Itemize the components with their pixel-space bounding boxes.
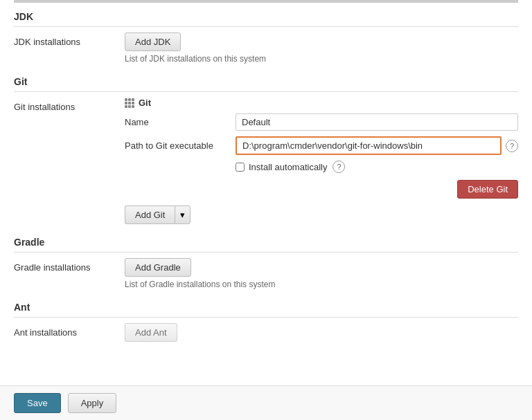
delete-git-row: Delete Git xyxy=(125,180,518,199)
git-row: Git installations xyxy=(14,98,518,224)
add-git-arrow-button[interactable]: ▾ xyxy=(175,206,190,224)
gradle-label: Gradle installations xyxy=(14,258,125,273)
gradle-section: Gradle Gradle installations Add Gradle L… xyxy=(0,228,532,289)
git-subform: Git Name Path to Git executable xyxy=(125,98,518,199)
add-git-button[interactable]: Add Git xyxy=(125,206,175,224)
jdk-row: JDK installations Add JDK List of JDK in… xyxy=(14,33,518,64)
add-ant-button[interactable]: Add Ant xyxy=(125,323,177,342)
jdk-hint: List of JDK installations on this system xyxy=(125,54,518,64)
gradle-divider xyxy=(14,252,518,253)
jdk-divider xyxy=(14,26,518,27)
gradle-row: Gradle installations Add Gradle List of … xyxy=(14,258,518,289)
install-auto-label: Install automatically xyxy=(249,162,327,172)
jdk-label: JDK installations xyxy=(14,33,125,47)
install-auto-checkbox[interactable] xyxy=(236,163,245,172)
dropdown-arrow-icon: ▾ xyxy=(180,210,185,220)
git-name-row: Name xyxy=(125,113,518,131)
gradle-hint: List of Gradle installations on this sys… xyxy=(125,280,518,289)
ant-section: Ant Ant installations Add Ant xyxy=(0,293,532,342)
ant-row: Ant installations Add Ant xyxy=(14,323,518,342)
git-path-input-wrapper: ? xyxy=(236,136,518,155)
delete-git-button[interactable]: Delete Git xyxy=(457,180,518,199)
git-path-label: Path to Git executable xyxy=(125,140,236,151)
add-gradle-button[interactable]: Add Gradle xyxy=(125,258,191,277)
jdk-section-title: JDK xyxy=(14,11,518,22)
git-sub-header: Git xyxy=(125,98,518,108)
page: JDK JDK installations Add JDK List of JD… xyxy=(0,0,532,420)
footer: Save Apply xyxy=(0,385,532,420)
ant-divider xyxy=(14,317,518,318)
install-auto-help-icon[interactable]: ? xyxy=(332,161,345,173)
git-label: Git installations xyxy=(14,98,125,112)
git-path-help-icon[interactable]: ? xyxy=(506,140,518,152)
ant-content: Add Ant xyxy=(125,323,518,342)
install-auto-row: Install automatically ? xyxy=(236,161,518,173)
git-path-row: Path to Git executable ? xyxy=(125,136,518,155)
grid-icon xyxy=(125,98,134,108)
git-name-label: Name xyxy=(125,117,236,127)
git-sub-title: Git xyxy=(139,98,151,108)
gradle-section-title: Gradle xyxy=(14,237,518,248)
git-name-input[interactable] xyxy=(236,113,518,131)
apply-button[interactable]: Apply xyxy=(68,393,117,413)
git-section: Git Git installations xyxy=(0,68,532,224)
jdk-section: JDK JDK installations Add JDK List of JD… xyxy=(0,3,532,64)
add-git-dropdown[interactable]: Add Git ▾ xyxy=(125,206,190,224)
add-jdk-button[interactable]: Add JDK xyxy=(125,33,181,51)
ant-label: Ant installations xyxy=(14,323,125,338)
git-content: Git Name Path to Git executable xyxy=(125,98,518,224)
git-section-title: Git xyxy=(14,76,518,87)
save-button[interactable]: Save xyxy=(14,393,61,413)
git-divider xyxy=(14,91,518,92)
gradle-content: Add Gradle List of Gradle installations … xyxy=(125,258,518,289)
git-path-input[interactable] xyxy=(236,136,502,155)
ant-section-title: Ant xyxy=(14,302,518,313)
git-name-input-wrapper xyxy=(236,113,518,131)
jdk-content: Add JDK List of JDK installations on thi… xyxy=(125,33,518,64)
